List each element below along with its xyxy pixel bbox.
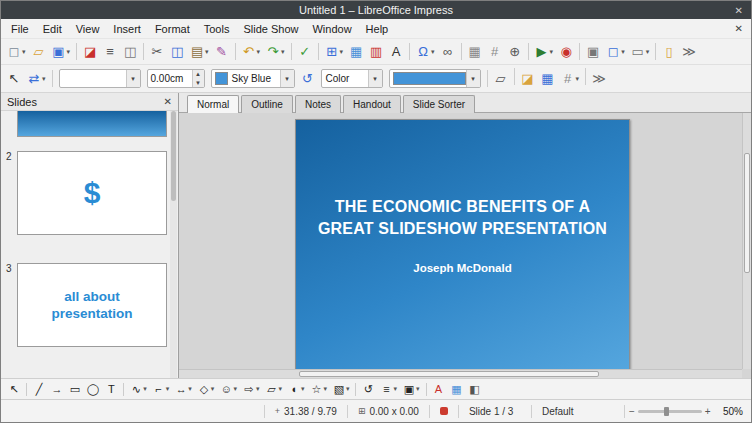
stars-banners-icon[interactable]: ☆▾ bbox=[308, 381, 329, 398]
basic-shapes-icon[interactable]: ◇▾ bbox=[196, 381, 217, 398]
dropdown-arrow-icon[interactable]: ▾ bbox=[301, 385, 305, 393]
tab-slide-sorter[interactable]: Slide Sorter bbox=[403, 95, 475, 113]
save-icon[interactable]: ▣▾ bbox=[50, 41, 73, 62]
menu-slide-show[interactable]: Slide Show bbox=[236, 21, 305, 37]
window-close-button[interactable]: ✕ bbox=[735, 1, 743, 19]
extrusion-toggle-icon[interactable]: ◧ bbox=[467, 381, 483, 398]
table-icon[interactable]: ⊞▾ bbox=[323, 41, 346, 62]
dropdown-arrow-icon[interactable]: ▾ bbox=[278, 385, 282, 393]
lines-arrows-icon[interactable]: ↔▾ bbox=[173, 381, 194, 398]
slide-canvas[interactable]: THE ECONOMIC BENEFITS OF A GREAT SLIDESH… bbox=[295, 119, 630, 371]
clone-formatting-icon[interactable]: ✎ bbox=[213, 41, 231, 62]
vertical-scrollbar[interactable] bbox=[742, 113, 751, 369]
slide-indicator[interactable]: Slide 1 / 3 bbox=[463, 406, 527, 417]
hyperlink-icon[interactable]: ∞ bbox=[439, 41, 457, 62]
symbol-shapes-icon[interactable]: ☺▾ bbox=[218, 381, 239, 398]
special-character-icon[interactable]: Ω▾ bbox=[414, 41, 437, 62]
dropdown-arrow-icon[interactable]: ▾ bbox=[416, 385, 420, 393]
fill-color-select[interactable]: ▾ bbox=[389, 69, 481, 88]
redo-icon[interactable]: ↷▾ bbox=[264, 41, 287, 62]
dropdown-arrow-icon[interactable]: ▾ bbox=[431, 48, 435, 56]
line-style-select[interactable]: ▾ bbox=[59, 69, 141, 88]
text-box-icon[interactable]: T bbox=[103, 381, 119, 398]
scrollbar-thumb[interactable] bbox=[744, 153, 750, 273]
scrollbar-thumb[interactable] bbox=[299, 371, 599, 377]
titlebar[interactable]: Untitled 1 – LibreOffice Impress ✕ bbox=[1, 1, 751, 19]
slide-title-text[interactable]: THE ECONOMIC BENEFITS OF A GREAT SLIDESH… bbox=[306, 196, 619, 240]
display-grid-icon[interactable]: ▦ bbox=[539, 68, 557, 89]
select-icon[interactable]: ↖ bbox=[5, 68, 23, 89]
new-icon[interactable]: ◻▾ bbox=[5, 41, 28, 62]
insert-textbox-icon[interactable]: A bbox=[387, 41, 405, 62]
tab-handout[interactable]: Handout bbox=[343, 95, 401, 113]
menu-help[interactable]: Help bbox=[359, 21, 396, 37]
tab-normal[interactable]: Normal bbox=[187, 95, 239, 113]
tab-notes[interactable]: Notes bbox=[295, 95, 341, 113]
callout-shapes-icon[interactable]: ◖▾ bbox=[286, 381, 307, 398]
menu-file[interactable]: File bbox=[4, 21, 36, 37]
3d-objects-icon[interactable]: ▧▾ bbox=[331, 381, 352, 398]
dropdown-arrow-icon[interactable]: ▾ bbox=[281, 48, 285, 56]
dropdown-arrow-icon[interactable]: ▾ bbox=[550, 48, 554, 56]
stepper-down-icon[interactable]: ▼ bbox=[193, 79, 204, 88]
copy-icon[interactable]: ◫ bbox=[168, 41, 186, 62]
slides-panel-scrollbar[interactable] bbox=[170, 111, 177, 378]
dropdown-arrow-icon[interactable]: ▾ bbox=[166, 385, 170, 393]
object-size[interactable]: ⊞ 0.00 x 0.00 bbox=[352, 406, 425, 417]
insert-image-icon[interactable]: ▦ bbox=[449, 381, 465, 398]
block-arrows-icon[interactable]: ⇨▾ bbox=[241, 381, 262, 398]
paste-icon[interactable]: ▤▾ bbox=[188, 41, 211, 62]
dropdown-arrow-icon[interactable]: ▾ bbox=[143, 385, 147, 393]
start-slideshow-icon[interactable]: ▶▾ bbox=[533, 41, 556, 62]
cursor-position[interactable]: + 31.38 / 9.79 bbox=[269, 406, 343, 417]
arrange-icon[interactable]: ▣▾ bbox=[401, 381, 422, 398]
dropdown-arrow-icon[interactable]: ▾ bbox=[256, 385, 260, 393]
line-color-select[interactable]: Sky Blue ▾ bbox=[211, 69, 295, 88]
toolbar-overflow-icon[interactable]: ≫ bbox=[680, 41, 698, 62]
close-document-button[interactable]: ✕ bbox=[727, 23, 751, 34]
dropdown-arrow-icon[interactable]: ▾ bbox=[576, 75, 580, 83]
zoom-out-button[interactable]: − bbox=[629, 406, 635, 417]
horizontal-scrollbar[interactable] bbox=[179, 369, 742, 378]
master-slide-name[interactable]: Default bbox=[536, 406, 620, 417]
helplines-while-moving-icon[interactable]: #▾ bbox=[559, 68, 582, 89]
zoom-in-button[interactable]: + bbox=[705, 406, 711, 417]
chevron-down-icon[interactable]: ▾ bbox=[368, 70, 382, 87]
menu-edit[interactable]: Edit bbox=[36, 21, 69, 37]
area-style-select[interactable]: Color ▾ bbox=[321, 69, 383, 88]
fontwork-icon[interactable]: A bbox=[431, 381, 447, 398]
slide-thumbnail-2[interactable]: $ bbox=[17, 151, 167, 235]
transformations-icon[interactable]: ⇄▾ bbox=[25, 68, 48, 89]
chevron-down-icon[interactable]: ▾ bbox=[280, 70, 294, 87]
line-ends-arrow-icon[interactable]: → bbox=[49, 381, 65, 398]
insert-chart-icon[interactable]: ▥ bbox=[367, 41, 385, 62]
slide-subtitle-text[interactable]: Joseph McDonald bbox=[296, 262, 629, 274]
curves-polygons-icon[interactable]: ∿▾ bbox=[128, 381, 149, 398]
gallery-icon[interactable]: ◪ bbox=[519, 68, 537, 89]
menu-view[interactable]: View bbox=[69, 21, 107, 37]
rotate-icon[interactable]: ↺ bbox=[360, 381, 376, 398]
flowchart-icon[interactable]: ▱▾ bbox=[263, 381, 284, 398]
dropdown-arrow-icon[interactable]: ▾ bbox=[346, 385, 350, 393]
chevron-down-icon[interactable]: ▾ bbox=[466, 70, 480, 87]
line-width-stepper[interactable]: ▲▼ bbox=[192, 70, 204, 87]
scrollbar-thumb[interactable] bbox=[171, 111, 176, 201]
open-icon[interactable]: ▱ bbox=[30, 41, 48, 62]
export-pdf-icon[interactable]: ◪ bbox=[81, 41, 99, 62]
dropdown-arrow-icon[interactable]: ▾ bbox=[646, 48, 650, 56]
menu-window[interactable]: Window bbox=[305, 21, 358, 37]
spelling-icon[interactable]: ✓ bbox=[296, 41, 314, 62]
dropdown-arrow-icon[interactable]: ▾ bbox=[211, 385, 215, 393]
show-grid-icon[interactable]: ▦ bbox=[466, 41, 484, 62]
zoom-slider-thumb[interactable] bbox=[664, 407, 669, 416]
dropdown-arrow-icon[interactable]: ▾ bbox=[205, 48, 209, 56]
zoom-icon[interactable]: ⊕ bbox=[506, 41, 524, 62]
insert-image-icon[interactable]: ▦ bbox=[347, 41, 365, 62]
menu-tools[interactable]: Tools bbox=[197, 21, 237, 37]
align-objects-icon[interactable]: ≡▾ bbox=[378, 381, 399, 398]
dropdown-arrow-icon[interactable]: ▾ bbox=[188, 385, 192, 393]
undo-icon[interactable]: ↶▾ bbox=[240, 41, 263, 62]
slide-thumbnail-3[interactable]: all about presentation bbox=[17, 263, 167, 347]
modified-indicator[interactable] bbox=[434, 407, 454, 415]
menu-insert[interactable]: Insert bbox=[106, 21, 148, 37]
